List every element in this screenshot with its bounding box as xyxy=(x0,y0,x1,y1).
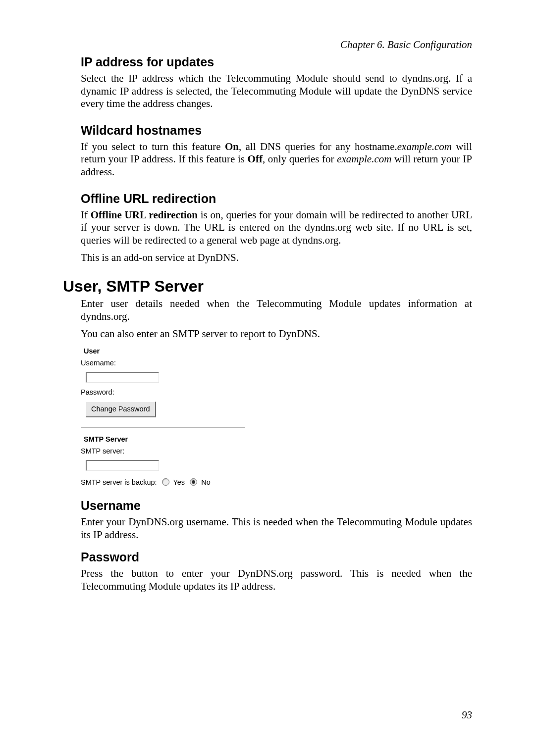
radio-yes-label: Yes xyxy=(173,478,185,486)
user-section-header: User xyxy=(84,346,245,356)
offline-p1b: Offline URL redirection xyxy=(91,209,198,221)
radio-yes[interactable] xyxy=(162,478,169,486)
radio-no[interactable] xyxy=(190,478,197,486)
smtp-backup-label: SMTP server is backup: xyxy=(81,478,157,486)
wildcard-t1: If you select to turn this feature xyxy=(81,141,225,152)
paragraph-offline-2: This is an add-on service at DynDNS. xyxy=(81,252,472,264)
heading-ip-address-for-updates: IP address for updates xyxy=(81,55,472,69)
wildcard-t4: , only queries for xyxy=(263,153,337,165)
wildcard-t2: , all DNS queries for any hostname. xyxy=(239,141,397,152)
wildcard-on: On xyxy=(225,141,239,152)
smtp-server-label: SMTP server: xyxy=(81,446,245,456)
wildcard-example2: example.com xyxy=(337,153,391,165)
offline-p1a: If xyxy=(81,209,91,221)
username-label: Username: xyxy=(81,357,245,368)
paragraph-wildcard: If you select to turn this feature On, a… xyxy=(81,141,472,179)
smtp-backup-row: SMTP server is backup: Yes No xyxy=(81,477,245,488)
username-input[interactable] xyxy=(86,372,159,383)
page-number: 93 xyxy=(462,709,472,721)
wildcard-example1: example.com xyxy=(397,141,452,152)
paragraph-password: Press the button to enter your DynDNS.or… xyxy=(81,567,472,593)
heading-password: Password xyxy=(81,550,472,564)
heading-offline-url-redirection: Offline URL redirection xyxy=(81,192,472,206)
heading-username: Username xyxy=(81,499,472,513)
embedded-ui-panel: User Username: Password: Change Password… xyxy=(81,346,245,488)
paragraph-user-smtp-2: You can also enter an SMTP server to rep… xyxy=(81,328,472,341)
paragraph-username: Enter your DynDNS.org username. This is … xyxy=(81,516,472,541)
chapter-header: Chapter 6. Basic Configuration xyxy=(63,39,472,51)
radio-no-label: No xyxy=(201,478,211,486)
divider xyxy=(81,427,245,428)
heading-wildcard-hostnames: Wildcard hostnames xyxy=(81,123,472,138)
change-password-button[interactable]: Change Password xyxy=(86,402,156,417)
password-label: Password: xyxy=(81,387,245,398)
smtp-server-header: SMTP Server xyxy=(84,434,245,445)
paragraph-offline-1: If Offline URL redirection is on, querie… xyxy=(81,209,472,247)
heading-user-smtp-server: User, SMTP Server xyxy=(63,277,472,296)
paragraph-ip-updates: Select the IP address which the Telecomm… xyxy=(81,72,472,110)
smtp-server-input[interactable] xyxy=(86,460,159,471)
paragraph-user-smtp-1: Enter user details needed when the Telec… xyxy=(81,298,472,323)
wildcard-off: Off xyxy=(248,153,263,165)
